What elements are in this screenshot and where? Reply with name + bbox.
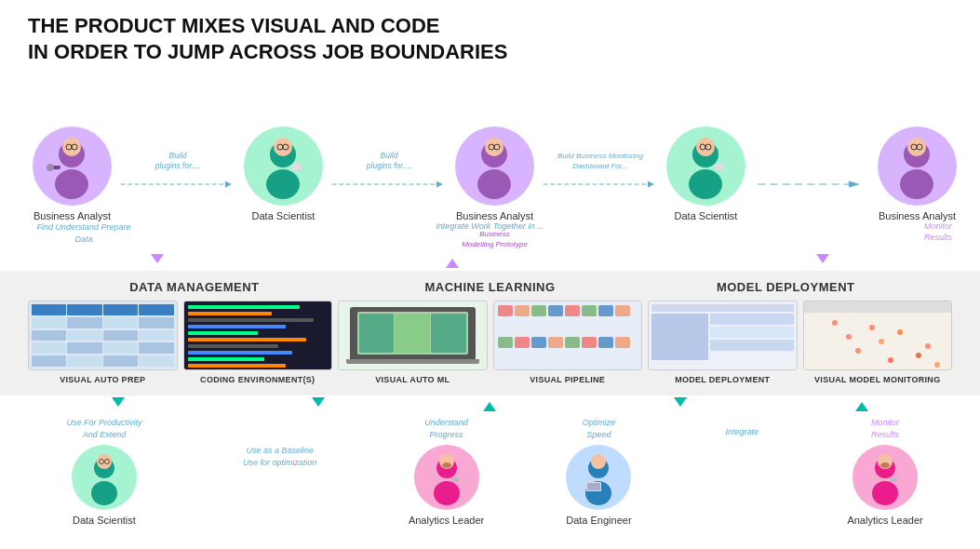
product-label-vaml: VISUAL AUTO ML	[375, 375, 450, 384]
annotation-integrate-bot: Integrate	[725, 426, 758, 438]
down-arrow-vap	[112, 397, 125, 407]
main-title-line1: THE PRODUCT MIXES VISUAL AND CODE	[28, 13, 952, 39]
annotation-bmp: BusinessModelling Prototype	[462, 230, 528, 249]
annotation-use-productivity: Use For ProductivityAnd Extend	[66, 417, 141, 440]
svg-point-16	[477, 169, 511, 199]
section-title-deploy: MODEL DEPLOYMENT	[717, 280, 855, 294]
up-arrow-vmm	[855, 402, 868, 411]
svg-point-41	[442, 462, 451, 468]
persona-circle-al1	[414, 445, 479, 510]
arrow-ds2-ba3	[750, 175, 873, 194]
product-label-vp: VISUAL PIPELINE	[530, 375, 605, 384]
svg-point-34	[91, 481, 117, 505]
product-label-ce: CODING ENVIRONMENT(S)	[200, 375, 315, 384]
persona-circle-ds1	[244, 127, 323, 206]
svg-point-45	[591, 454, 606, 469]
persona-ba2: Business Analyst BusinessModelling Proto…	[450, 127, 539, 221]
annotation-monitor-top: MonitorResults	[924, 221, 952, 243]
persona-ds2: Data Scientist	[662, 127, 750, 221]
persona-label-al2: Analytics Leader	[847, 515, 922, 526]
svg-point-39	[434, 481, 460, 505]
arrow-ba2-ds2	[539, 175, 662, 194]
persona-label-ds2: Data Scientist	[675, 210, 738, 221]
persona-label-ba3: Business Analyst	[879, 210, 956, 221]
persona-label-ds1: Data Scientist	[252, 210, 315, 221]
arrow-label-ds1-ba2: Buildplugins for....	[367, 151, 411, 171]
product-ce: CODING ENVIRONMENT(S)	[183, 301, 333, 384]
svg-rect-47	[587, 483, 600, 490]
persona-circle-ba2	[455, 127, 534, 206]
main-title-line2: IN ORDER TO JUMP ACROSS JOB BOUNDARIES	[28, 39, 952, 65]
product-vmm: VISUAL MODEL MONITORING	[803, 301, 953, 384]
screenshot-vap	[28, 301, 178, 370]
product-vap: VISUAL AUTO PREP	[28, 301, 178, 384]
arrow-ds1-ba2	[328, 175, 450, 194]
svg-rect-3	[53, 166, 60, 169]
svg-point-4	[47, 164, 54, 171]
down-arrow-vaml	[312, 397, 325, 407]
persona-ba3: Business Analyst	[873, 127, 961, 221]
persona-ds1: Data Scientist	[239, 127, 328, 221]
persona-label-de: Data Engineer	[566, 515, 631, 526]
product-label-md: MODEL DEPLOYMENT	[675, 375, 770, 384]
screenshot-vmm	[803, 301, 953, 370]
svg-point-9	[266, 169, 300, 199]
annotation-monitor-bot: MonitorResults	[871, 417, 899, 440]
persona-circle-ds2	[666, 127, 745, 206]
title-section: THE PRODUCT MIXES VISUAL AND CODE IN ORD…	[0, 0, 980, 68]
annotation-understand: UnderstandProgress	[424, 417, 468, 440]
screenshot-ce	[183, 301, 333, 370]
products-row: VISUAL AUTO PREP	[28, 301, 952, 384]
annotation-optimize: OptimizeSpeed	[583, 417, 616, 440]
persona-circle-ds-bot	[72, 445, 137, 510]
persona-circle-de	[566, 445, 631, 510]
svg-point-22	[689, 169, 722, 199]
persona-label-ds-bot: Data Scientist	[73, 515, 136, 526]
section-title-dm: DATA MANAGEMENT	[129, 280, 259, 294]
svg-rect-26	[715, 164, 724, 170]
product-md: MODEL DEPLOYMENT	[648, 301, 798, 384]
screenshot-vaml	[338, 301, 488, 370]
section-title-ml: MACHINE LEARNING	[424, 280, 555, 294]
page-wrapper: THE PRODUCT MIXES VISUAL AND CODE IN ORD…	[0, 0, 980, 549]
svg-point-29	[900, 169, 933, 199]
annotation-find-understand: Find Understand Prepare Data	[28, 221, 140, 245]
product-label-vap: VISUAL AUTO PREP	[60, 375, 145, 384]
down-arrow-md	[674, 397, 687, 407]
persona-circle-al2	[852, 445, 918, 510]
up-arrow-ba2	[446, 259, 459, 268]
arrow-ba1-ds1	[116, 175, 239, 194]
arrow-label-ba2-ds2: Build Business MonitoringDashboard For..…	[557, 152, 643, 171]
persona-label-al1: Analytics Leader	[409, 515, 484, 526]
down-arrow-ba3	[816, 254, 829, 263]
product-label-vmm: VISUAL MODEL MONITORING	[814, 375, 940, 384]
screenshot-vp	[493, 301, 643, 370]
product-vp: VISUAL PIPELINE	[493, 301, 643, 384]
up-arrow-vp	[483, 402, 496, 411]
svg-point-49	[872, 481, 898, 505]
annotation-baseline: Use as a BaselineUse for optimization	[243, 445, 317, 468]
persona-label-ba1: Business Analyst	[34, 210, 111, 221]
svg-rect-42	[451, 477, 459, 482]
middle-section: DATA MANAGEMENT MACHINE LEARNING MODEL D…	[0, 271, 980, 395]
product-vaml: VISUAL AUTO ML	[338, 301, 488, 384]
svg-point-1	[55, 169, 88, 199]
persona-circle-ba1	[33, 127, 112, 206]
persona-circle-ba3	[878, 127, 957, 206]
persona-ba1: Business Analyst	[28, 127, 116, 221]
persona-label-ba2: Business Analyst	[456, 210, 533, 221]
svg-point-51	[880, 462, 890, 468]
arrow-label-ba1-ds1: Buildplugins for....	[155, 151, 200, 171]
svg-rect-52	[890, 477, 897, 482]
screenshot-md	[648, 301, 798, 370]
svg-rect-13	[292, 164, 302, 170]
down-arrow-ba1	[151, 254, 164, 263]
